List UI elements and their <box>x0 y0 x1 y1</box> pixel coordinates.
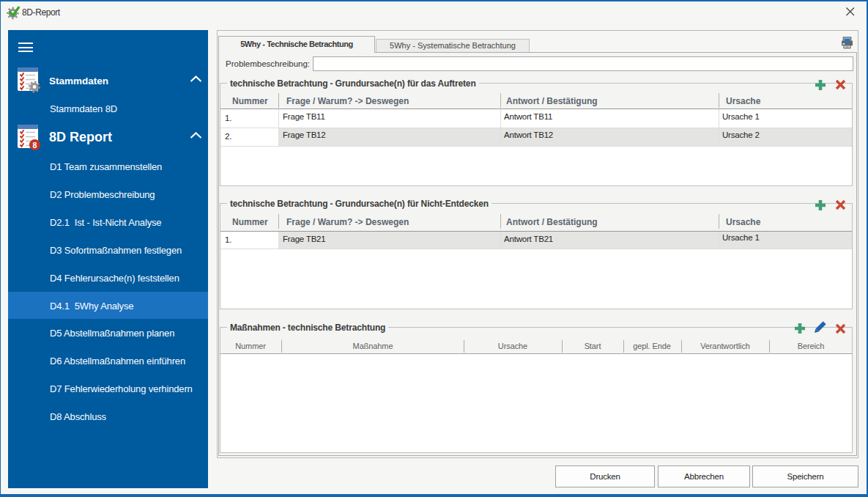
svg-text:8: 8 <box>33 141 37 150</box>
